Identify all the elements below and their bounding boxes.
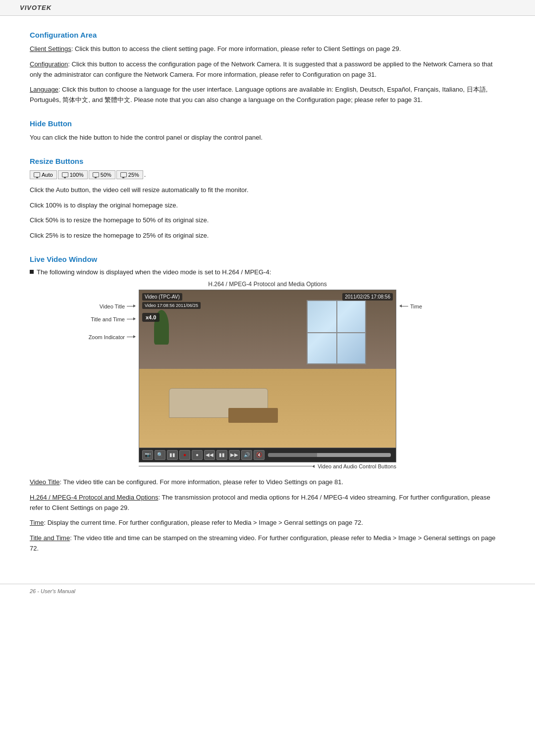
desc-time-text: : Display the current time. For further … — [44, 519, 363, 526]
resize-dot: . — [144, 171, 146, 178]
video-overlay-time: 2011/02/25 17:08:56 — [342, 293, 393, 301]
page-wrapper: VIVOTEK Configuration Area Client Settin… — [0, 0, 535, 598]
desc-time-para: Time: Display the current time. For furt… — [30, 518, 505, 528]
resize-auto-label: Auto — [42, 172, 53, 178]
resize-25-label: 25% — [128, 172, 139, 178]
label-time: Time — [401, 303, 422, 309]
client-settings-para: Client Settings: Click this button to ac… — [30, 44, 505, 54]
video-control-bar: 📷 🔍 ▮▮ ● ● ◀◀ ▮▮ ▶▶ 🔊 🔇 — [139, 448, 396, 462]
arrow-time — [401, 306, 408, 306]
resize-50-button[interactable]: 50% — [89, 170, 115, 179]
monitor-icon-25 — [120, 172, 127, 177]
room-window — [307, 300, 366, 364]
annotation-arrow — [312, 465, 315, 468]
label-zoom-indicator-text: Zoom Indicator — [89, 334, 125, 340]
resize-buttons-row: Auto 100% 50% 25% . — [30, 170, 505, 179]
ctrl-prev-btn[interactable]: ◀◀ — [204, 450, 215, 460]
annotation-line — [139, 466, 312, 466]
label-title-and-time-text: Title and Time — [91, 316, 125, 322]
label-video-title: Video Title — [100, 303, 134, 309]
top-bar: VIVOTEK — [0, 0, 535, 16]
resize-desc-25: Click 25% is to resize the homepage to 2… — [30, 231, 505, 241]
configuration-area-title: Configuration Area — [30, 31, 505, 39]
left-labels: Video Title Title and Time Zoom Indicato… — [74, 290, 139, 347]
arrow-title-and-time — [127, 319, 134, 319]
monitor-icon-100 — [62, 172, 68, 177]
bullet-icon — [30, 270, 34, 274]
video-overlay-zoom: x4.0 — [142, 313, 160, 322]
resize-100-label: 100% — [70, 172, 84, 178]
resize-desc-100: Click 100% is to display the original ho… — [30, 201, 505, 211]
ctrl-audio-slider[interactable] — [268, 453, 391, 457]
desc-video-title-text: : The video title can be configured. For… — [59, 478, 343, 486]
window-cross-v — [336, 301, 337, 363]
bottom-annotation: Video and Audio Control Buttons — [139, 463, 396, 469]
ctrl-vol-btn[interactable]: 🔊 — [241, 450, 252, 460]
language-label: Language — [30, 86, 58, 93]
resize-buttons-section: Resize Buttons Auto 100% 50% 25% — [30, 157, 505, 241]
label-video-title-text: Video Title — [100, 303, 125, 309]
live-video-title: Live Video Window — [30, 255, 505, 263]
arrow-video-title — [127, 306, 134, 306]
ctrl-mute-btn[interactable]: 🔇 — [254, 450, 265, 460]
arrow-zoom-indicator — [127, 337, 134, 337]
main-content: Configuration Area Client Settings: Clic… — [0, 16, 535, 584]
resize-25-button[interactable]: 25% — [116, 170, 143, 179]
page-footer: 26 - User's Manual — [0, 584, 535, 598]
resize-buttons-title: Resize Buttons — [30, 157, 505, 165]
configuration-label: Configuration — [30, 60, 68, 68]
ctrl-zoom-btn[interactable]: 🔍 — [155, 450, 165, 460]
configuration-area-section: Configuration Area Client Settings: Clic… — [30, 31, 505, 105]
desc-h264-para: H.264 / MPEG-4 Protocol and Media Option… — [30, 493, 505, 513]
resize-100-button[interactable]: 100% — [58, 170, 88, 179]
video-frame-wrapper: Video (TPC-AV) 2011/02/25 17:08:56 Video… — [139, 290, 396, 469]
bullet-text: The following window is displayed when t… — [37, 268, 271, 276]
video-diagram: H.264 / MPEG-4 Protocol and Media Option… — [30, 281, 505, 469]
label-title-and-time: Title and Time — [91, 316, 134, 322]
video-frame: Video (TPC-AV) 2011/02/25 17:08:56 Video… — [139, 290, 396, 448]
desc-video-title-label: Video Title — [30, 478, 59, 486]
annotation-text: Video and Audio Control Buttons — [318, 463, 396, 469]
ctrl-next-btn[interactable]: ▶▶ — [229, 450, 240, 460]
configuration-para: Configuration: Click this button to acce… — [30, 59, 505, 80]
video-overlay-subtitle: Video 17:08:56 2011/06/25 — [142, 302, 201, 309]
language-text: : Click this button to choose a language… — [30, 86, 487, 103]
video-descriptions: Video Title: The video title can be conf… — [30, 477, 505, 554]
label-time-text: Time — [410, 303, 422, 309]
label-zoom-indicator: Zoom Indicator — [89, 334, 134, 340]
configuration-text: : Click this button to access the config… — [30, 60, 492, 78]
right-labels: Time — [396, 290, 461, 315]
hide-button-text: You can click the hide button to hide th… — [30, 133, 505, 143]
client-settings-label: Client Settings — [30, 45, 71, 52]
brand-label: VIVOTEK — [20, 4, 52, 11]
diagram-title: H.264 / MPEG-4 Protocol and Media Option… — [208, 281, 326, 288]
client-settings-text: : Click this button to access the client… — [71, 45, 401, 52]
video-overlay-title: Video (TPC-AV) — [142, 293, 182, 301]
resize-desc-auto: Click the Auto button, the video cell wi… — [30, 185, 505, 196]
hide-button-title: Hide Button — [30, 119, 505, 128]
desc-title-time-text: : The video title and time can be stampe… — [30, 534, 495, 552]
resize-50-label: 50% — [101, 172, 111, 178]
desc-time-label: Time — [30, 519, 44, 526]
desc-title-time-para: Title and Time: The video title and time… — [30, 533, 505, 554]
live-video-section: Live Video Window The following window i… — [30, 255, 505, 554]
diagram-row: Video Title Title and Time Zoom Indicato… — [74, 290, 461, 469]
desc-h264-label: H.264 / MPEG-4 Protocol and Media Option… — [30, 494, 158, 501]
ctrl-record-btn[interactable]: ● — [179, 450, 190, 460]
ctrl-pause-btn[interactable]: ▮▮ — [167, 450, 178, 460]
hide-button-section: Hide Button You can click the hide butto… — [30, 119, 505, 143]
room-table — [228, 408, 278, 423]
monitor-icon — [34, 172, 40, 177]
monitor-icon-50 — [93, 172, 99, 177]
desc-video-title-para: Video Title: The video title can be conf… — [30, 477, 505, 488]
resize-auto-button[interactable]: Auto — [30, 170, 57, 179]
bullet-row: The following window is displayed when t… — [30, 268, 505, 276]
ctrl-dot-btn[interactable]: ● — [192, 450, 203, 460]
language-para: Language: Click this button to choose a … — [30, 85, 505, 105]
footer-text: 26 - User's Manual — [30, 588, 75, 594]
desc-title-time-label: Title and Time — [30, 534, 70, 542]
ctrl-media-btn[interactable]: ▮▮ — [216, 450, 227, 460]
resize-desc-50: Click 50% is to resize the homepage to 5… — [30, 215, 505, 226]
room-background — [139, 290, 396, 448]
ctrl-snapshot-btn[interactable]: 📷 — [142, 450, 153, 460]
